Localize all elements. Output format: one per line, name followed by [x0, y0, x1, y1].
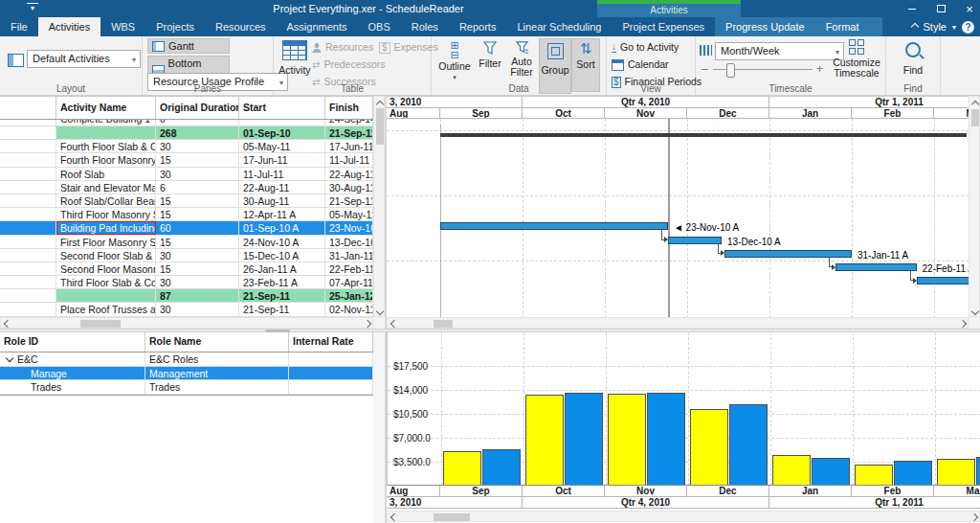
- cell[interactable]: 02-Nov-11: [325, 303, 373, 315]
- expand-collapse-icon[interactable]: [6, 354, 13, 362]
- cell[interactable]: [0, 262, 56, 275]
- timescale-combobox[interactable]: Month/Week: [715, 42, 844, 60]
- cell-activity-name[interactable]: [56, 126, 156, 139]
- outline-button[interactable]: ⊞ ⊟ Outline ▾: [437, 40, 472, 82]
- histogram-horizontal-scrollbar[interactable]: [387, 511, 980, 522]
- activity-table-horizontal-scrollbar[interactable]: [0, 317, 373, 329]
- gantt-bar[interactable]: [668, 237, 722, 244]
- histogram-bar-blue[interactable]: [894, 461, 932, 486]
- gantt-bar[interactable]: [917, 277, 969, 284]
- cell[interactable]: [0, 153, 56, 166]
- histogram-bar-yellow[interactable]: [772, 455, 811, 486]
- scrollbar-thumb[interactable]: [971, 109, 979, 126]
- cell-activity-name[interactable]: Fourth Floor Masonry Struc: [56, 153, 156, 166]
- cell-activity-name[interactable]: Second Floor Masonry Stru: [56, 262, 156, 275]
- customize-timescale-button[interactable]: Customize Timescale: [830, 39, 883, 79]
- activity-row[interactable]: Roof Slab3011-Jul-1122-Aug-11: [0, 168, 373, 181]
- gantt-bar[interactable]: [724, 250, 852, 258]
- activity-row[interactable]: Fourth Floor Masonry Struc1517-Jun-1111-…: [0, 153, 373, 167]
- cell[interactable]: 6: [156, 181, 239, 193]
- tab-roles[interactable]: Roles: [401, 17, 449, 36]
- cell[interactable]: 30-Aug-11: [325, 181, 373, 193]
- scroll-right-icon[interactable]: [970, 513, 978, 521]
- cell[interactable]: [0, 194, 56, 207]
- gantt-horizontal-scrollbar[interactable]: [387, 317, 969, 329]
- histogram-bar-blue[interactable]: [729, 404, 768, 486]
- role-row[interactable]: ManageManagement: [0, 367, 373, 381]
- histogram-bar-blue[interactable]: [482, 449, 521, 486]
- tab-assignments[interactable]: Assignments: [277, 17, 358, 36]
- histogram-bar-yellow[interactable]: [608, 394, 646, 486]
- activity-row[interactable]: Fourth Floor Slab & Collar B3005-May-111…: [0, 140, 373, 153]
- cell[interactable]: 30: [156, 168, 239, 180]
- activity-row[interactable]: Building Pad Including UG U6001-Sep-10 A…: [0, 221, 373, 235]
- tab-linear-scheduling[interactable]: Linear Scheduling: [506, 17, 612, 36]
- cell-activity-name[interactable]: Third Floor Slab & Collar Be: [56, 276, 156, 288]
- cell[interactable]: 15-Dec-10 A: [239, 249, 325, 262]
- find-button[interactable]: Find: [900, 42, 926, 76]
- cell[interactable]: 15: [156, 236, 239, 248]
- scrollbar-thumb[interactable]: [376, 108, 384, 145]
- cell[interactable]: 25-Jan-12: [325, 289, 373, 302]
- cell[interactable]: 22-Feb-11 A: [325, 262, 373, 275]
- cell-activity-name[interactable]: [56, 289, 156, 302]
- cell[interactable]: 23-Feb-11 A: [239, 276, 325, 288]
- column-header-indicator[interactable]: [0, 97, 56, 119]
- gantt-bar[interactable]: [440, 222, 668, 230]
- tab-obs[interactable]: OBS: [358, 17, 401, 36]
- cell[interactable]: 15: [156, 194, 239, 207]
- cell[interactable]: 17-Jun-11: [325, 140, 373, 152]
- cell[interactable]: [0, 221, 56, 234]
- cell[interactable]: 21-Sep-11: [325, 194, 373, 207]
- scroll-right-icon[interactable]: [364, 320, 371, 328]
- cell-role-id[interactable]: Trades: [0, 380, 145, 394]
- gantt-chart[interactable]: ◄ 23-Nov-10 A13-Dec-10 A31-Jan-11 A22-Fe…: [387, 119, 969, 318]
- activity-row[interactable]: Complete Building 1024-Sep-14: [0, 120, 373, 126]
- histogram-bar-blue[interactable]: [647, 393, 685, 486]
- histogram-bar-yellow[interactable]: [855, 465, 893, 486]
- histogram-bar-yellow[interactable]: [443, 451, 481, 486]
- column-header-Start[interactable]: Start: [239, 97, 325, 119]
- cell[interactable]: 24-Sep-14: [325, 120, 373, 125]
- cell[interactable]: 23-Nov-10 A: [325, 221, 373, 234]
- cell[interactable]: 30: [156, 276, 239, 288]
- cell[interactable]: 87: [156, 289, 239, 302]
- activity-button[interactable]: Activity: [278, 40, 311, 76]
- close-button[interactable]: [963, 2, 976, 15]
- scroll-up-icon[interactable]: [971, 101, 979, 108]
- cell-activity-name[interactable]: Building Pad Including UG U: [56, 221, 156, 234]
- cell[interactable]: 11-Jul-11: [239, 168, 325, 180]
- auto-filter-button[interactable]: Auto Filter: [506, 40, 537, 78]
- cell[interactable]: [0, 120, 56, 125]
- activity-row[interactable]: 8721-Sep-1125-Jan-12: [0, 289, 373, 303]
- tab-format[interactable]: Format: [815, 17, 870, 36]
- cell[interactable]: 24-Nov-10 A: [239, 236, 325, 248]
- cell[interactable]: [0, 181, 56, 193]
- cell[interactable]: 21-Sep-11: [325, 126, 373, 139]
- activity-row[interactable]: Stair and Elevator Masonry622-Aug-1130-A…: [0, 181, 373, 194]
- activity-table-vertical-scrollbar[interactable]: [373, 96, 385, 317]
- minimize-button[interactable]: [905, 2, 919, 15]
- cell[interactable]: 12-Apr-11 A: [239, 208, 325, 220]
- tab-reports[interactable]: Reports: [449, 17, 507, 36]
- cell[interactable]: 17-Jun-11: [239, 153, 325, 166]
- cell[interactable]: [0, 126, 56, 139]
- cell-activity-name[interactable]: First Floor Masonry Structu: [56, 236, 156, 248]
- column-header-internal-rate[interactable]: Internal Rate: [289, 332, 373, 352]
- zoom-out-button[interactable]: –: [702, 63, 708, 75]
- cell[interactable]: 05-May-11: [325, 208, 373, 220]
- cell[interactable]: 11-Jul-11: [325, 153, 373, 166]
- zoom-in-button[interactable]: +: [816, 63, 823, 75]
- expenses-button[interactable]: $ Expenses: [379, 41, 438, 54]
- scrollbar-thumb[interactable]: [434, 513, 470, 521]
- cell[interactable]: [0, 303, 56, 315]
- activity-row[interactable]: Third Floor Slab & Collar Be3023-Feb-11 …: [0, 276, 373, 289]
- cell-internal-rate[interactable]: [289, 352, 373, 366]
- role-row[interactable]: TradesTrades: [0, 380, 373, 395]
- gantt-vertical-scrollbar[interactable]: [969, 96, 980, 317]
- scroll-left-icon[interactable]: [4, 320, 11, 328]
- column-header-Activity Name[interactable]: Activity Name: [56, 97, 156, 119]
- scrollbar-thumb[interactable]: [80, 320, 121, 328]
- scroll-down-icon[interactable]: [971, 307, 979, 315]
- cell[interactable]: 60: [156, 221, 239, 234]
